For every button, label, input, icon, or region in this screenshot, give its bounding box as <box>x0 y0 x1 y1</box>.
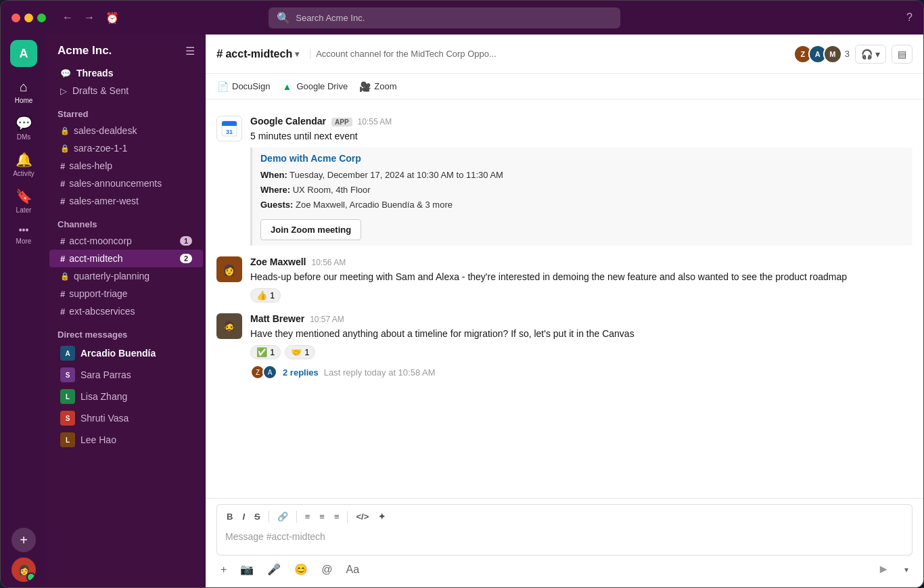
googledrive-integration[interactable]: ▲ Google Drive <box>281 81 348 93</box>
link-button[interactable]: 🔗 <box>273 509 292 524</box>
huddle-button[interactable]: 🎧 ▾ <box>855 45 886 64</box>
dm-lisa[interactable]: L Lisa Zhang <box>49 386 203 407</box>
channel-sidebar: Acme Inc. ☰ 💬 Threads ▷ Drafts & Sent St… <box>47 35 206 587</box>
back-button[interactable]: ← <box>60 10 76 26</box>
canvas-button[interactable]: ▤ <box>892 45 913 64</box>
avatar-matt: M <box>823 45 842 64</box>
code-button[interactable]: </> <box>352 509 373 524</box>
join-zoom-button[interactable]: Join Zoom meeting <box>260 219 361 240</box>
add-workspace-button[interactable]: + <box>11 528 36 552</box>
message-input-area: B I S 🔗 ≡ ≡ ≡ </> ✦ Message #acct-midtec… <box>206 498 923 587</box>
channel-ext-abcservices[interactable]: # ext-abcservices <box>49 302 203 320</box>
message-time: 10:56 AM <box>311 258 346 267</box>
sidebar-item-activity[interactable]: 🔔 Activity <box>3 148 44 181</box>
filter-button[interactable]: ☰ <box>185 45 195 58</box>
send-options-button[interactable]: ▾ <box>902 562 911 577</box>
message-input[interactable]: Message #acct-midtech <box>216 524 913 556</box>
zoom-icon: 🎥 <box>359 81 371 93</box>
attach-button[interactable]: + <box>218 561 229 579</box>
channel-quarterly-planning[interactable]: 🔒 quarterly-planning <box>49 267 203 285</box>
help-button[interactable]: ? <box>906 12 913 24</box>
dm-arcadio[interactable]: A Arcadio Buendía <box>49 342 203 364</box>
channel-acct-mooncorp[interactable]: # acct-mooncorp 1 <box>49 232 203 250</box>
user-avatar[interactable]: 👩 <box>11 558 36 582</box>
matt-message-content: Matt Brewer 10:57 AM Have they mentioned… <box>250 313 913 380</box>
video-button[interactable]: 📷 <box>237 560 256 579</box>
workspace-avatar[interactable]: A <box>10 40 37 67</box>
bold-button[interactable]: B <box>223 509 237 524</box>
input-toolbar: B I S 🔗 ≡ ≡ ≡ </> ✦ <box>216 504 913 524</box>
gcal-message-content: Google Calendar APP 10:55 AM 5 minutes u… <box>250 116 913 246</box>
event-where: Where: UX Room, 4th Floor <box>260 183 904 198</box>
close-button[interactable] <box>11 14 20 22</box>
unordered-list-button[interactable]: ≡ <box>315 509 329 524</box>
thread-replies[interactable]: Z A 2 replies Last reply today at 10:58 … <box>250 365 913 380</box>
hash-icon: # <box>60 289 65 299</box>
message-header: Google Calendar APP 10:55 AM <box>250 116 913 127</box>
format-button[interactable]: Aa <box>344 561 363 579</box>
bell-icon: 🔔 <box>16 152 32 168</box>
channel-sales-dealdesk[interactable]: 🔒 sales-dealdesk <box>49 122 203 139</box>
dm-lee[interactable]: L Lee Hao <box>49 429 203 451</box>
title-bar: ← → ⏰ 🔍 ? <box>1 1 923 35</box>
reaction-thumbsup[interactable]: 👍 1 <box>250 288 281 302</box>
message-header: Zoe Maxwell 10:56 AM <box>250 256 913 267</box>
toolbar-separator <box>347 511 348 523</box>
sidebar-item-home[interactable]: ⌂ Home <box>3 75 44 108</box>
forward-button[interactable]: → <box>81 10 97 26</box>
search-bar[interactable]: 🔍 <box>269 7 620 28</box>
checkmark-emoji: ✅ <box>256 347 267 357</box>
dm-avatar-arcadio: A <box>60 346 75 361</box>
dm-sara[interactable]: S Sara Parras <box>49 364 203 386</box>
thread-reply-meta: Last reply today at 10:58 AM <box>324 367 436 378</box>
hash-icon: # <box>60 254 65 264</box>
chevron-down-icon: ▾ <box>875 49 880 60</box>
docusign-integration[interactable]: 📄 DocuSign <box>216 81 270 93</box>
mention-button[interactable]: @ <box>319 561 335 579</box>
hash-icon: # <box>60 236 65 246</box>
zoom-integration[interactable]: 🎥 Zoom <box>359 81 396 93</box>
channel-support-triage[interactable]: # support-triage <box>49 285 203 302</box>
input-actions: + 📷 🎤 😊 @ Aa ► ▾ <box>216 560 913 579</box>
search-icon: 🔍 <box>277 12 290 24</box>
channel-sales-amer-west[interactable]: # sales-amer-west <box>49 192 203 210</box>
chevron-down-icon[interactable]: ▾ <box>295 49 299 59</box>
channel-acct-midtech[interactable]: # acct-midtech 2 <box>49 250 203 267</box>
reaction-checkmark[interactable]: ✅ 1 <box>250 345 281 359</box>
traffic-lights <box>11 14 46 22</box>
audio-button[interactable]: 🎤 <box>264 560 283 579</box>
search-input[interactable] <box>296 13 612 23</box>
unread-badge: 2 <box>180 254 192 263</box>
sidebar-item-later[interactable]: 🔖 Later <box>3 184 44 218</box>
channel-sales-help[interactable]: # sales-help <box>49 157 203 175</box>
ordered-list-button[interactable]: ≡ <box>301 509 315 524</box>
blockquote-button[interactable]: ≡ <box>330 509 344 524</box>
sidebar-header: Acme Inc. ☰ <box>47 35 206 64</box>
strikethrough-button[interactable]: S <box>250 509 264 524</box>
emoji-button[interactable]: 😊 <box>292 560 310 579</box>
send-button[interactable]: ► <box>873 560 894 579</box>
member-avatars[interactable]: Z A M 3 <box>793 45 850 64</box>
history-button[interactable]: ⏰ <box>103 10 122 26</box>
message-header: Matt Brewer 10:57 AM <box>250 313 913 324</box>
event-title[interactable]: Demo with Acme Corp <box>260 153 904 164</box>
minimize-button[interactable] <box>24 14 33 22</box>
more-formatting-button[interactable]: ✦ <box>374 509 390 524</box>
dm-shruti[interactable]: S Shruti Vasa <box>49 407 203 429</box>
sidebar-item-dms[interactable]: 💬 DMs <box>3 111 44 145</box>
reaction-handshake[interactable]: 🤝 1 <box>285 345 315 359</box>
reactions: 👍 1 <box>250 288 913 302</box>
home-icon: ⌂ <box>20 79 28 95</box>
channel-name-header: # acct-midtech ▾ <box>216 47 299 61</box>
channel-sara-zoe[interactable]: 🔒 sara-zoe-1-1 <box>49 139 203 157</box>
dm-avatar-lee: L <box>60 432 75 447</box>
italic-button[interactable]: I <box>238 509 249 524</box>
channel-hash-icon: # <box>216 47 223 61</box>
maximize-button[interactable] <box>37 14 46 22</box>
member-count: 3 <box>845 49 850 59</box>
channel-sales-announcements[interactable]: # sales-announcements <box>49 175 203 192</box>
sidebar-item-more[interactable]: ••• More <box>3 221 44 249</box>
svg-text:31: 31 <box>226 129 233 135</box>
nav-drafts[interactable]: ▷ Drafts & Sent <box>49 82 203 99</box>
nav-threads[interactable]: 💬 Threads <box>49 64 203 82</box>
